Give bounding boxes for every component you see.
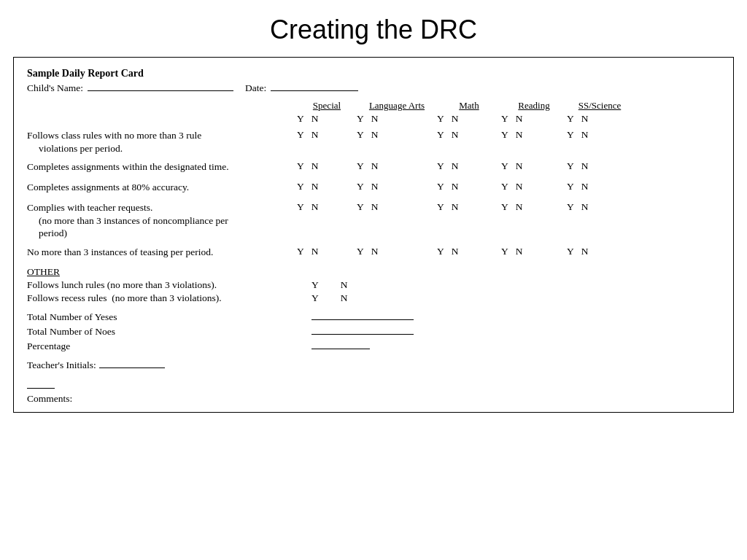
yn-header-special: YN	[297, 113, 357, 125]
recess-yn: Y N	[311, 292, 348, 304]
percentage-label: Percentage	[27, 341, 311, 352]
row-label-3: Completes assignments at 80% accuracy.	[27, 181, 297, 194]
row-label-4: Complies with teacher requests. (no more…	[27, 201, 297, 240]
list-item: Follows lunch rules (no more than 3 viol…	[27, 279, 720, 291]
report-card: Sample Daily Report Card Child's Name: D…	[13, 57, 734, 413]
row-yn-1: YN YN YN YN YN	[297, 129, 632, 141]
row-label-5: No more than 3 instances of teasing per …	[27, 246, 297, 259]
yn-header-langarts: YN	[357, 113, 437, 125]
total-noes-label: Total Number of Noes	[27, 326, 311, 338]
total-noes-line	[311, 334, 414, 335]
comments-label: Comments:	[27, 393, 72, 404]
header-row: Child's Name: Date:	[27, 82, 720, 94]
subject-math: Math	[437, 100, 501, 112]
row-label-2: Completes assignments within the designa…	[27, 160, 297, 174]
totals-section: Total Number of Yeses Total Number of No…	[27, 311, 720, 352]
comments-section: Comments:	[27, 381, 720, 405]
subject-language-arts: Language Arts	[357, 100, 437, 112]
row-yn-5: YN YN YN YN YN	[297, 246, 632, 257]
list-item: Follows recess rules (no more than 3 vio…	[27, 292, 720, 304]
percentage-line	[311, 349, 370, 349]
table-row: Completes assignments at 80% accuracy. Y…	[27, 181, 720, 195]
subject-special: Special	[297, 100, 357, 112]
initials-section: Teacher's Initials:	[27, 359, 720, 371]
total-noes-row: Total Number of Noes	[27, 326, 720, 338]
recess-rules-label: Follows recess rules (no more than 3 vio…	[27, 292, 311, 304]
initials-label: Teacher's Initials:	[27, 359, 96, 371]
row-yn-4: YN YN YN YN YN	[297, 201, 632, 213]
yn-header-math: YN	[437, 113, 501, 125]
table-row: Follows class rules with no more than 3 …	[27, 129, 720, 155]
total-yeses-label: Total Number of Yeses	[27, 311, 311, 323]
name-line	[88, 90, 233, 91]
row-yn-3: YN YN YN YN YN	[297, 181, 632, 192]
total-yeses-line	[311, 319, 414, 320]
yn-header-reading: YN	[501, 113, 567, 125]
childs-name-label: Child's Name:	[27, 82, 83, 94]
date-label: Date:	[245, 82, 266, 94]
comments-overline	[27, 388, 55, 389]
total-yeses-row: Total Number of Yeses	[27, 311, 720, 323]
table-row: No more than 3 instances of teasing per …	[27, 246, 720, 260]
table-row: Completes assignments within the designa…	[27, 160, 720, 175]
lunch-yn: Y N	[311, 279, 348, 291]
card-title: Sample Daily Report Card	[27, 68, 720, 79]
initials-line	[99, 368, 165, 368]
other-title: OTHER	[27, 266, 720, 278]
subject-ss-science: SS/Science	[567, 100, 632, 112]
table-row: Complies with teacher requests. (no more…	[27, 201, 720, 240]
lunch-rules-label: Follows lunch rules (no more than 3 viol…	[27, 279, 311, 291]
date-line	[271, 90, 358, 91]
other-section: OTHER Follows lunch rules (no more than …	[27, 266, 720, 304]
subject-reading: Reading	[501, 100, 567, 112]
row-yn-2: YN YN YN YN YN	[297, 160, 632, 172]
page-title: Creating the DRC	[0, 0, 747, 57]
row-label-1: Follows class rules with no more than 3 …	[27, 129, 297, 155]
yn-header-ssscience: YN	[567, 113, 632, 125]
subjects-header: Special Language Arts Math Reading SS/Sc…	[297, 100, 720, 112]
percentage-row: Percentage	[27, 341, 720, 352]
